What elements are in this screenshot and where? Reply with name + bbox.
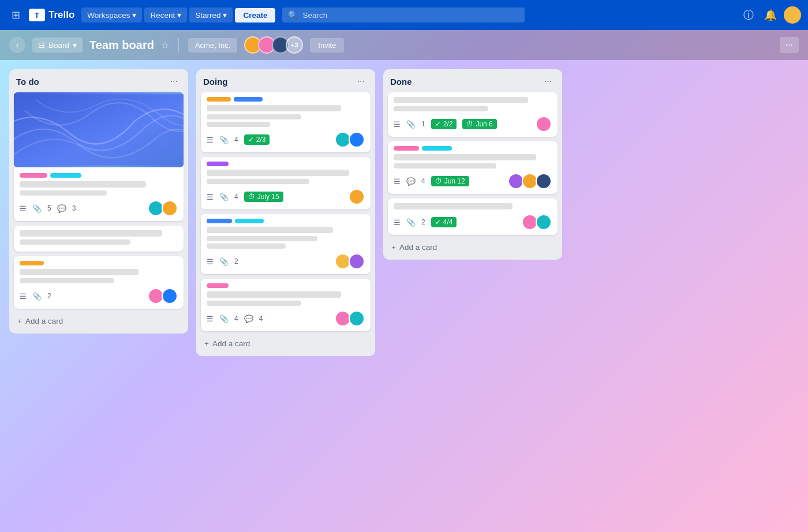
description-icon: ☰ xyxy=(207,193,214,201)
column-title: To do xyxy=(16,77,39,87)
plus-icon: + xyxy=(204,339,209,348)
card-text-line xyxy=(207,114,301,119)
card-label xyxy=(207,162,229,166)
notifications-icon[interactable]: 🔔 xyxy=(762,6,779,24)
add-card-button[interactable]: + Add a card xyxy=(14,313,184,329)
card-avatar xyxy=(349,132,365,148)
card-meta: ☰📎 4 ✓ 2/3 xyxy=(207,132,365,148)
search-input[interactable] xyxy=(302,11,519,20)
sidebar-toggle[interactable]: ‹ xyxy=(9,37,25,53)
date-badge: ⏱ Jun 6 xyxy=(462,119,496,129)
card-avatars xyxy=(522,214,552,230)
card-label xyxy=(235,219,264,223)
card-label xyxy=(20,173,47,178)
card[interactable]: ☰📎 2 ✓ 4/4 xyxy=(388,198,558,235)
card-label xyxy=(50,173,81,178)
checklist-badge: ✓ 2/3 xyxy=(244,134,270,145)
card-avatar xyxy=(349,253,365,269)
nav-right: ⓘ 🔔 xyxy=(740,6,801,24)
invite-button[interactable]: Invite xyxy=(310,38,344,53)
add-card-button[interactable]: + Add a card xyxy=(388,239,558,255)
card[interactable] xyxy=(14,226,184,252)
attachment-icon: 📎 xyxy=(219,136,229,144)
card-text-line xyxy=(207,227,333,233)
column-menu-button[interactable]: ··· xyxy=(354,75,368,88)
card-text-line xyxy=(207,105,341,111)
card-meta: ☰📎 4 ⏱ July 15 xyxy=(207,189,365,205)
card-avatar xyxy=(349,189,365,205)
board-view-button[interactable]: ⊟ Board ▾ xyxy=(32,38,83,53)
add-card-button[interactable]: + Add a card xyxy=(201,336,371,351)
card-avatars xyxy=(148,288,178,304)
attachment-count: 4 xyxy=(234,314,238,323)
card[interactable]: ☰📎 4💬 4 xyxy=(201,279,371,331)
card-avatars xyxy=(335,310,365,327)
card[interactable]: ☰📎 4 ⏱ July 15 xyxy=(201,157,371,209)
logo-text: Trello xyxy=(48,9,74,21)
user-avatar[interactable] xyxy=(784,6,801,24)
card[interactable]: ☰📎 4 ✓ 2/3 xyxy=(201,92,371,152)
date-badge: ⏱ July 15 xyxy=(244,192,283,202)
member-avatars: +3 xyxy=(244,36,303,54)
card-text-line xyxy=(394,97,528,103)
checklist-badge: ✓ 4/4 xyxy=(431,217,457,227)
workspaces-menu[interactable]: Workspaces ▾ xyxy=(81,8,142,23)
comment-count: 4 xyxy=(421,177,425,185)
card-text-line xyxy=(20,181,146,188)
comment-icon: 💬 xyxy=(244,314,253,323)
grid-icon[interactable]: ⊞ xyxy=(7,6,24,24)
card-meta: ☰💬 4 ⏱ Jun 12 xyxy=(394,173,552,189)
card-avatars xyxy=(349,189,365,205)
description-icon: ☰ xyxy=(20,292,27,301)
search-bar[interactable]: 🔍 xyxy=(282,8,525,23)
column-menu-button[interactable]: ··· xyxy=(541,75,555,88)
card-text-line xyxy=(20,230,162,237)
starred-menu[interactable]: Starred ▾ xyxy=(189,8,233,23)
column-header: Done ··· xyxy=(388,75,558,92)
board-title: Team board xyxy=(89,39,154,52)
recent-menu[interactable]: Recent ▾ xyxy=(144,8,187,23)
workspace-button[interactable]: Acme, Inc. xyxy=(188,38,237,53)
card-text-line xyxy=(394,203,513,209)
attachment-icon: 📎 xyxy=(406,120,416,129)
card-text-line xyxy=(394,163,496,168)
label-row xyxy=(207,283,365,288)
attachment-count: 4 xyxy=(234,136,238,144)
attachment-icon: 📎 xyxy=(32,204,42,213)
column-menu-button[interactable]: ··· xyxy=(167,75,181,88)
card-avatar xyxy=(536,173,552,189)
chevron-down-icon: ▾ xyxy=(177,10,181,20)
attachment-icon: 📎 xyxy=(219,257,229,266)
create-button[interactable]: Create xyxy=(235,8,275,23)
card-avatar xyxy=(536,214,552,230)
card-avatar xyxy=(162,200,178,216)
card[interactable]: ☰📎 2 xyxy=(201,214,371,274)
card-label xyxy=(394,146,419,151)
star-button[interactable]: ☆ xyxy=(161,40,169,51)
card-meta: ☰📎 4💬 4 xyxy=(207,310,365,327)
card[interactable]: ☰💬 4 ⏱ Jun 12 xyxy=(388,141,558,194)
date-badge: ⏱ Jun 12 xyxy=(431,176,469,186)
info-icon[interactable]: ⓘ xyxy=(740,6,757,24)
card[interactable]: ☰📎 5💬 3 xyxy=(14,92,184,221)
column-title: Done xyxy=(390,77,412,87)
attachment-count: 4 xyxy=(234,193,238,201)
logo[interactable]: T Trello xyxy=(29,9,74,21)
board-header: ‹ ⊟ Board ▾ Team board ☆ Acme, Inc. +3 I… xyxy=(0,30,808,60)
card[interactable]: ☰📎 2 xyxy=(14,256,184,309)
checklist-badge: ✓ 2/2 xyxy=(431,119,457,129)
plus-icon: + xyxy=(17,317,22,325)
more-members-badge[interactable]: +3 xyxy=(286,36,303,54)
card[interactable]: ☰📎 1 ✓ 2/2 ⏱ Jun 6 xyxy=(388,92,558,137)
divider xyxy=(178,38,179,52)
board-view-icon: ⊟ xyxy=(38,40,45,50)
card-cover xyxy=(14,92,184,167)
card-avatars xyxy=(335,132,365,148)
label-row xyxy=(20,173,178,178)
card-text-line xyxy=(20,269,139,275)
card-meta: ☰📎 2 ✓ 4/4 xyxy=(394,214,552,230)
description-icon: ☰ xyxy=(207,136,214,144)
board-more-button[interactable]: ··· xyxy=(780,37,799,53)
card-text-line xyxy=(207,243,286,249)
comment-icon: 💬 xyxy=(406,177,416,186)
